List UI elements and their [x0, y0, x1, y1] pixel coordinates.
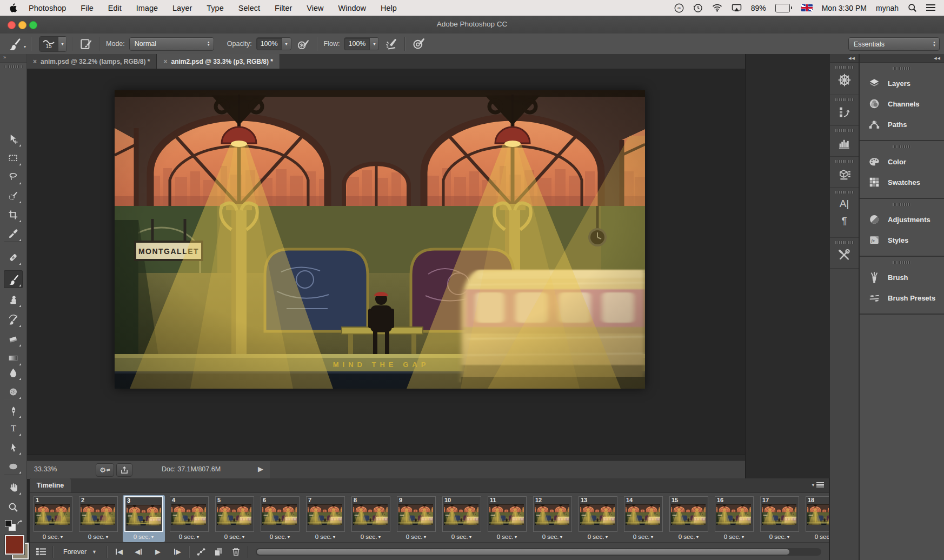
frame-duration-dropdown[interactable]: 0 sec.▼ — [486, 534, 528, 540]
timeline-frame[interactable]: 13 0 sec.▼ — [577, 495, 619, 542]
menu-item[interactable]: Edit — [108, 4, 122, 12]
frame-duration-dropdown[interactable]: 0 sec.▼ — [304, 534, 347, 540]
styles-panel-button[interactable]: fx Styles — [860, 230, 944, 250]
convert-to-video-timeline-button[interactable] — [34, 545, 48, 558]
clone-stamp-tool[interactable] — [4, 291, 23, 309]
menu-item[interactable]: View — [307, 4, 323, 12]
status-options-arrow-icon[interactable]: ▶ — [258, 465, 263, 473]
frame-duration-dropdown[interactable]: 0 sec.▼ — [214, 534, 256, 540]
timeline-frame[interactable]: 5 0 sec.▼ — [214, 495, 256, 542]
wifi-icon[interactable] — [712, 4, 722, 12]
workspace-switcher[interactable]: Essentials ▲▼ — [848, 37, 940, 51]
zoom-level-field[interactable]: 33.33% — [34, 465, 57, 473]
tool-presets-panel-button[interactable] — [830, 238, 859, 269]
frame-duration-dropdown[interactable]: 0 sec.▼ — [395, 534, 437, 540]
spot-healing-brush-tool[interactable] — [4, 249, 23, 266]
frame-duration-dropdown[interactable]: 0 sec.▼ — [168, 534, 210, 540]
dodge-tool[interactable] — [4, 383, 23, 401]
opacity-caret-icon[interactable]: ▾ — [282, 38, 291, 50]
crop-tool[interactable] — [4, 206, 23, 224]
frame-duration-dropdown[interactable]: 0 sec.▼ — [577, 534, 619, 540]
artwork-metro-station[interactable] — [115, 90, 645, 389]
move-tool[interactable] — [4, 130, 23, 148]
frame-duration-dropdown[interactable]: 0 sec.▼ — [259, 534, 301, 540]
panel-grip-handle[interactable] — [835, 98, 854, 101]
panel-grip-handle[interactable] — [835, 160, 854, 163]
history-brush-tool[interactable] — [4, 311, 23, 329]
frame-duration-dropdown[interactable]: 0 sec.▼ — [77, 534, 119, 540]
panel-grip-handle[interactable] — [835, 129, 854, 132]
history-panel-button[interactable] — [830, 95, 859, 126]
timeline-frame[interactable]: 7 0 sec.▼ — [304, 495, 347, 542]
brush-preset-picker[interactable]: 15 ▾ — [39, 36, 67, 52]
panel-grip-handle[interactable] — [893, 203, 911, 206]
timeline-frame[interactable]: 9 0 sec.▼ — [395, 495, 437, 542]
eraser-tool[interactable] — [4, 330, 23, 348]
close-tab-icon[interactable]: × — [163, 58, 167, 65]
flow-field[interactable]: 100% ▾ — [344, 37, 379, 50]
timeline-frame[interactable]: 3 0 sec.▼ — [123, 495, 165, 542]
menu-item[interactable]: Filter — [275, 4, 292, 12]
paragraph-panel-icon[interactable]: ¶ — [841, 215, 847, 227]
timeline-panel-menu-icon[interactable]: ▼ — [811, 482, 824, 488]
timeline-frame[interactable]: 8 0 sec.▼ — [350, 495, 392, 542]
document-size-info[interactable]: Doc: 37.1M/807.6M — [162, 465, 221, 473]
eyedropper-tool[interactable] — [4, 225, 23, 243]
frame-duration-dropdown[interactable]: 0 sec.▼ — [123, 534, 165, 540]
ellipse-shape-tool[interactable] — [4, 457, 23, 475]
play-animation-button[interactable]: ▶ — [151, 545, 165, 558]
blend-mode-dropdown[interactable]: Normal ▲▼ — [129, 37, 214, 51]
blur-tool[interactable] — [4, 364, 23, 382]
first-frame-button[interactable]: ◀ — [112, 545, 126, 558]
paths-panel-button[interactable]: Paths — [860, 114, 944, 135]
foreground-color-swatch[interactable] — [5, 535, 24, 555]
frame-duration-dropdown[interactable]: 0 sec.▼ — [441, 534, 483, 540]
brush-presets-panel-button[interactable]: Brush Presets — [860, 288, 944, 308]
timeline-scrollbar-thumb[interactable] — [257, 549, 789, 555]
menu-clock[interactable]: Mon 3:30 PM — [822, 4, 867, 12]
character-paragraph-panel-buttons[interactable]: A| ¶ — [830, 188, 859, 238]
timeline-frame[interactable]: 18 0 sec.▼ — [804, 495, 829, 542]
brush-tool[interactable] — [4, 270, 23, 288]
timeline-scrollbar[interactable] — [256, 548, 821, 556]
expand-panels-button[interactable]: ◀◀ — [830, 54, 859, 63]
panel-grip-handle[interactable] — [835, 66, 854, 69]
timeline-frame[interactable]: 16 0 sec.▼ — [713, 495, 755, 542]
timeline-frame[interactable]: 1 0 sec.▼ — [32, 495, 74, 542]
path-selection-tool[interactable] — [4, 438, 23, 456]
timeline-frame[interactable]: 10 0 sec.▼ — [441, 495, 483, 542]
panel-grip-handle[interactable] — [893, 261, 911, 264]
delete-frame-button[interactable] — [229, 545, 243, 558]
creative-cloud-icon[interactable]: ∞ — [674, 3, 684, 13]
tool-flyout-caret[interactable]: ▾ — [24, 44, 26, 49]
duplicate-frame-button[interactable] — [211, 545, 225, 558]
loop-count-dropdown[interactable]: Forever ▼ — [58, 545, 102, 558]
timeline-frame[interactable]: 17 0 sec.▼ — [759, 495, 801, 542]
menu-item[interactable]: Photoshop — [29, 4, 66, 12]
frame-duration-dropdown[interactable]: 0 sec.▼ — [622, 534, 664, 540]
share-document-button[interactable] — [116, 463, 132, 477]
opacity-field[interactable]: 100% ▾ — [256, 37, 291, 50]
airplay-display-icon[interactable] — [732, 4, 742, 12]
timeline-frame[interactable]: 6 0 sec.▼ — [259, 495, 301, 542]
tools-grip-handle[interactable] — [4, 65, 23, 68]
user-name[interactable]: mynah — [876, 4, 899, 12]
default-colors-icon[interactable] — [5, 520, 12, 527]
menu-item[interactable]: File — [81, 4, 93, 12]
timeline-frame[interactable]: 2 0 sec.▼ — [77, 495, 119, 542]
close-tab-icon[interactable]: × — [33, 58, 37, 65]
swap-colors-icon[interactable] — [17, 519, 24, 526]
brush-panel-button[interactable]: Brush — [860, 267, 944, 288]
type-tool[interactable]: T — [4, 419, 23, 437]
smoothing-button[interactable] — [410, 37, 427, 51]
notification-center-icon[interactable] — [926, 4, 935, 11]
timeline-frame[interactable]: 12 0 sec.▼ — [531, 495, 574, 542]
timeline-frame[interactable]: 4 0 sec.▼ — [168, 495, 210, 542]
panel-grip-handle[interactable] — [893, 67, 911, 70]
channels-panel-button[interactable]: Channels — [860, 94, 944, 114]
adjustments-panel-button[interactable]: Adjustments — [860, 209, 944, 230]
quick-selection-tool[interactable] — [4, 187, 23, 205]
menu-item[interactable]: Window — [338, 4, 366, 12]
spotlight-search-icon[interactable] — [908, 3, 917, 12]
navigator-panel-button[interactable] — [830, 63, 859, 95]
